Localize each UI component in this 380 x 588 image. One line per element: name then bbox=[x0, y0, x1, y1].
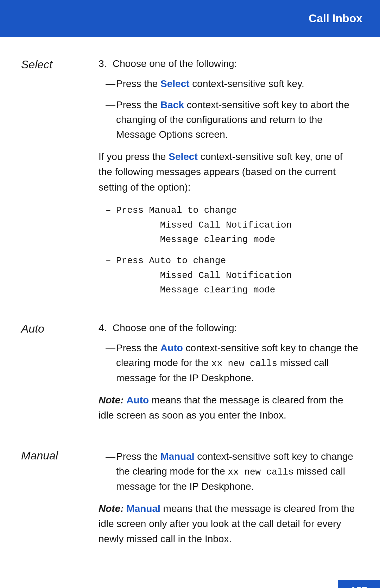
page-content: Select 3. Choose one of the following: P… bbox=[0, 37, 380, 588]
select-bullet-2: Press the Back context-sensitive soft ke… bbox=[106, 98, 359, 142]
step-3-heading: Choose one of the following: bbox=[113, 58, 359, 69]
step-3-row: 3. Choose one of the following: bbox=[99, 58, 359, 69]
page-footer: 187 bbox=[338, 580, 380, 588]
code-bullet-2: Press Auto to change Missed Call Notific… bbox=[106, 254, 359, 298]
select-highlight-paragraph: Select bbox=[169, 151, 198, 162]
manual-section: Manual Press the Manual context-sensitiv… bbox=[21, 449, 359, 555]
auto-bullet-1: Press the Auto context-sensitive soft ke… bbox=[106, 341, 359, 385]
step-4-row: 4. Choose one of the following: bbox=[99, 322, 359, 334]
select-label: Select bbox=[21, 58, 52, 71]
manual-note-label: Note: bbox=[99, 503, 124, 514]
manual-note-highlight: Manual bbox=[126, 503, 160, 514]
page-number: 187 bbox=[351, 585, 367, 588]
code-bullet-1: Press Manual to change Missed Call Notif… bbox=[106, 203, 359, 247]
auto-label-col: Auto bbox=[21, 322, 99, 432]
auto-content: 4. Choose one of the following: Press th… bbox=[99, 322, 359, 432]
auto-bullet-list: Press the Auto context-sensitive soft ke… bbox=[106, 341, 359, 385]
manual-content: Press the Manual context-sensitive soft … bbox=[99, 449, 359, 555]
step-3-number: 3. bbox=[99, 58, 113, 69]
manual-label: Manual bbox=[21, 449, 58, 462]
select-bullet-1: Press the Select context-sensitive soft … bbox=[106, 76, 359, 91]
select-paragraph: If you press the Select context-sensitiv… bbox=[99, 149, 359, 195]
auto-inline-code: xx new calls bbox=[211, 358, 277, 369]
header-bar: Call Inbox bbox=[0, 0, 380, 37]
auto-highlight-1: Auto bbox=[160, 342, 183, 353]
auto-note: Note: Auto means that the message is cle… bbox=[99, 392, 359, 423]
select-bullet-list: Press the Select context-sensitive soft … bbox=[106, 76, 359, 142]
header-title: Call Inbox bbox=[309, 12, 362, 25]
step-4-number: 4. bbox=[99, 322, 113, 334]
auto-note-label: Note: bbox=[99, 395, 124, 406]
back-highlight: Back bbox=[160, 99, 184, 110]
manual-bullet-list: Press the Manual context-sensitive soft … bbox=[106, 449, 359, 494]
auto-note-highlight: Auto bbox=[126, 395, 149, 406]
manual-bullet-1: Press the Manual context-sensitive soft … bbox=[106, 449, 359, 494]
manual-note: Note: Manual means that the message is c… bbox=[99, 501, 359, 547]
select-highlight-1: Select bbox=[160, 78, 190, 89]
auto-label: Auto bbox=[21, 322, 44, 335]
manual-inline-code: xx new calls bbox=[228, 467, 294, 477]
step-4-heading: Choose one of the following: bbox=[113, 322, 359, 334]
auto-section: Auto 4. Choose one of the following: Pre… bbox=[21, 322, 359, 432]
manual-highlight-1: Manual bbox=[160, 451, 194, 462]
select-label-col: Select bbox=[21, 58, 99, 305]
manual-label-col: Manual bbox=[21, 449, 99, 555]
select-content: 3. Choose one of the following: Press th… bbox=[99, 58, 359, 305]
select-section: Select 3. Choose one of the following: P… bbox=[21, 58, 359, 305]
code-bullet-list: Press Manual to change Missed Call Notif… bbox=[106, 203, 359, 298]
